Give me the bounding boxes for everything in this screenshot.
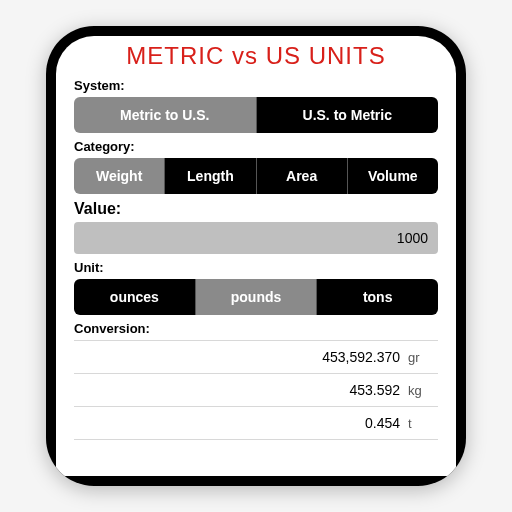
unit-option-tons[interactable]: tons <box>317 279 438 315</box>
conversion-value: 453,592.370 <box>322 349 400 365</box>
category-option-volume[interactable]: Volume <box>348 158 438 194</box>
unit-label: Unit: <box>74 260 438 275</box>
system-label: System: <box>74 78 438 93</box>
unit-segmented-control: ounces pounds tons <box>74 279 438 315</box>
category-option-length[interactable]: Length <box>165 158 256 194</box>
conversion-value: 0.454 <box>365 415 400 431</box>
category-label: Category: <box>74 139 438 154</box>
conversion-unit: gr <box>408 350 432 365</box>
value-input[interactable]: 1000 <box>74 222 438 254</box>
conversion-unit: t <box>408 416 432 431</box>
app-title: METRIC vs US UNITS <box>74 42 438 70</box>
category-segmented-control: Weight Length Area Volume <box>74 158 438 194</box>
category-option-weight[interactable]: Weight <box>74 158 165 194</box>
conversion-row: 453,592.370 gr <box>74 340 438 374</box>
conversion-row: 0.454 t <box>74 407 438 440</box>
unit-option-ounces[interactable]: ounces <box>74 279 196 315</box>
conversion-list: 453,592.370 gr 453.592 kg 0.454 t <box>74 340 438 440</box>
system-segmented-control: Metric to U.S. U.S. to Metric <box>74 97 438 133</box>
unit-option-pounds[interactable]: pounds <box>196 279 318 315</box>
conversion-label: Conversion: <box>74 321 438 336</box>
conversion-value: 453.592 <box>349 382 400 398</box>
phone-frame: METRIC vs US UNITS System: Metric to U.S… <box>46 26 466 486</box>
system-option-metric-to-us[interactable]: Metric to U.S. <box>74 97 257 133</box>
app-screen: METRIC vs US UNITS System: Metric to U.S… <box>56 36 456 476</box>
conversion-row: 453.592 kg <box>74 374 438 407</box>
category-option-area[interactable]: Area <box>257 158 348 194</box>
conversion-unit: kg <box>408 383 432 398</box>
system-option-us-to-metric[interactable]: U.S. to Metric <box>257 97 439 133</box>
value-label: Value: <box>74 200 438 218</box>
